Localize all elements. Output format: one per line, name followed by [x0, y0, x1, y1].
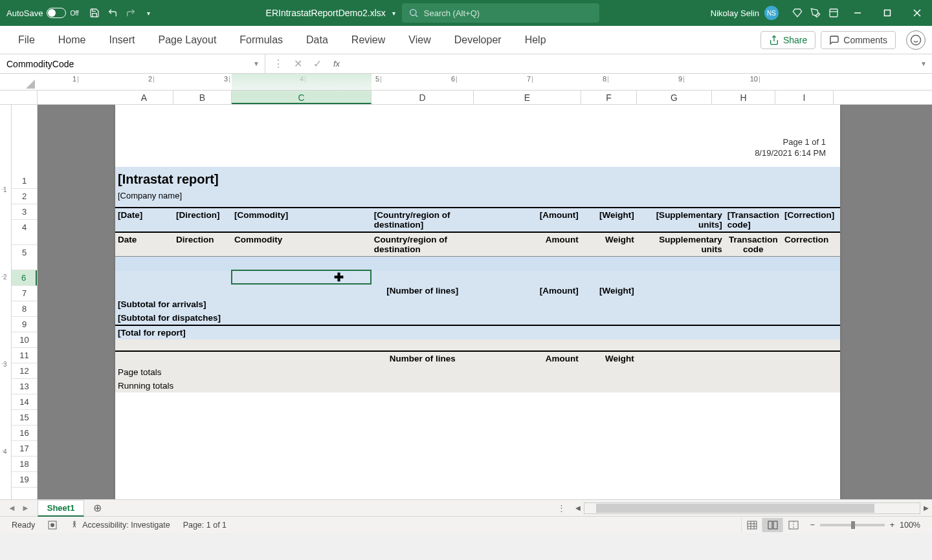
autosave-toggle[interactable]: AutoSave Off [0, 8, 85, 18]
tab-review[interactable]: Review [340, 28, 397, 52]
zoom-level[interactable]: 100% [900, 521, 920, 530]
tab-help[interactable]: Help [513, 28, 558, 52]
column-header-c[interactable]: C [232, 91, 372, 104]
row-header-3[interactable]: 3 [12, 204, 37, 220]
save-icon[interactable] [85, 4, 104, 22]
zoom-slider[interactable] [820, 524, 885, 526]
row-header-12[interactable]: 12 [12, 363, 37, 379]
row-header-14[interactable]: 14 [12, 394, 37, 410]
tab-developer[interactable]: Developer [443, 28, 513, 52]
undo-icon[interactable] [104, 4, 122, 22]
accessibility-status[interactable]: Accessibility: Investigate [63, 521, 176, 530]
column-header-a[interactable]: A [115, 91, 173, 104]
pen-icon[interactable] [806, 4, 825, 22]
sheet-tab-sheet1[interactable]: Sheet1 [38, 500, 85, 517]
tab-data[interactable]: Data [294, 28, 340, 52]
svg-point-14 [50, 523, 54, 527]
tab-view[interactable]: View [397, 28, 442, 52]
feedback-icon[interactable] [906, 30, 926, 50]
row-header-9[interactable]: 9 [12, 317, 37, 332]
macro-record-icon[interactable] [41, 521, 63, 530]
maximize-button[interactable] [872, 0, 902, 26]
add-sheet-icon[interactable]: ⊕ [84, 502, 111, 514]
worksheet-grid[interactable]: 1234 12345678910111213141516171819 Page … [0, 105, 932, 499]
diamond-icon[interactable] [788, 4, 806, 22]
search-placeholder: Search (Alt+Q) [424, 8, 480, 18]
row-header-1[interactable]: 1 [12, 173, 37, 189]
row-header-8[interactable]: 8 [12, 301, 37, 317]
vruler-mark: 2 [1, 276, 5, 277]
qat-dropdown-icon[interactable]: ▾ [140, 4, 158, 22]
view-page-layout-icon[interactable] [762, 518, 782, 532]
enter-icon[interactable]: ✓ [309, 58, 325, 70]
filename: ERIntrastatReportDemo2.xlsx [260, 8, 392, 18]
zoom-in-icon[interactable]: + [890, 521, 894, 530]
hscroll-right-icon[interactable]: ► [920, 503, 932, 513]
column-header-f[interactable]: F [581, 91, 637, 104]
row-header-18[interactable]: 18 [12, 457, 37, 472]
tab-formulas[interactable]: Formulas [228, 28, 294, 52]
column-header-h[interactable]: H [712, 91, 775, 104]
redo-icon[interactable] [122, 4, 140, 22]
filename-dropdown-icon[interactable]: ▾ [392, 10, 402, 17]
name-box[interactable]: CommodityCode ▼ [0, 54, 265, 73]
th-country-template: [Country/region of destination] [372, 208, 474, 232]
user-account[interactable]: Nikolay Selin NS [701, 6, 788, 20]
column-header-b[interactable]: B [173, 91, 232, 104]
column-header-d[interactable]: D [372, 91, 474, 104]
row-header-19[interactable]: 19 [12, 472, 37, 488]
row-header-2[interactable]: 2 [12, 189, 37, 204]
name-box-dropdown-icon[interactable]: ▼ [253, 60, 260, 67]
row-header-16[interactable]: 16 [12, 425, 37, 441]
tab-file[interactable]: File [6, 28, 47, 52]
tab-page-layout[interactable]: Page Layout [146, 28, 228, 52]
zoom-out-icon[interactable]: − [810, 521, 814, 530]
hscroll-left-icon[interactable]: ◄ [572, 503, 584, 513]
close-button[interactable] [902, 0, 932, 26]
title-bar: AutoSave Off ▾ ERIntrastatReportDemo2.xl… [0, 0, 932, 26]
select-all-corner[interactable] [0, 91, 38, 104]
split-handle-icon[interactable]: ⋮ [552, 503, 572, 513]
th-commodity: Commodity [232, 232, 372, 257]
row-header-5[interactable]: 5 [12, 245, 37, 270]
nav-prev-icon[interactable]: ◄ [8, 503, 16, 513]
horizontal-scrollbar[interactable] [584, 502, 920, 514]
cancel-icon[interactable]: ✕ [290, 58, 305, 70]
tab-insert[interactable]: Insert [97, 28, 146, 52]
comments-button[interactable]: Comments [821, 31, 896, 49]
column-header-g[interactable]: G [637, 91, 712, 104]
row-header-11[interactable]: 11 [12, 348, 37, 363]
formula-input[interactable] [350, 54, 915, 73]
row-header-17[interactable]: 17 [12, 441, 37, 457]
summary-amount-template: [Amount] [474, 284, 581, 297]
view-normal-icon[interactable] [741, 518, 762, 532]
row-header-7[interactable]: 7 [12, 286, 37, 301]
row-header-6[interactable]: 6 [12, 270, 37, 286]
fx-icon[interactable]: fx [329, 59, 344, 69]
zoom-thumb[interactable] [851, 521, 855, 529]
page-number: Page 1 of 1 [755, 137, 826, 147]
hscroll-thumb[interactable] [596, 504, 874, 513]
ruler-mark: 10 [759, 76, 760, 83]
th-correction-template: [Correction] [782, 208, 840, 232]
column-header-e[interactable]: E [474, 91, 581, 104]
row-header-13[interactable]: 13 [12, 379, 37, 394]
nav-next-icon[interactable]: ► [21, 503, 30, 513]
column-header-i[interactable]: I [775, 91, 834, 104]
status-bar: Ready Accessibility: Investigate Page: 1… [0, 516, 932, 533]
view-page-break-icon[interactable] [782, 518, 803, 532]
row-header-4[interactable]: 4 [12, 220, 37, 245]
minimize-button[interactable] [843, 0, 872, 26]
svg-rect-5 [885, 10, 891, 16]
ruler-mark: 3 [229, 76, 230, 83]
formula-expand-icon[interactable]: ▼ [915, 60, 932, 67]
search-box[interactable]: Search (Alt+Q) [402, 3, 599, 23]
row-header-10[interactable]: 10 [12, 332, 37, 348]
tab-home[interactable]: Home [47, 28, 98, 52]
th-txcode: Transaction code [725, 232, 782, 257]
ribbon-display-icon[interactable] [825, 4, 843, 22]
row-header-15[interactable]: 15 [12, 410, 37, 425]
share-button[interactable]: Share [760, 31, 816, 49]
formula-bar: CommodityCode ▼ ⋮ ✕ ✓ fx ▼ [0, 54, 932, 74]
sheet-nav[interactable]: ◄► [0, 503, 38, 513]
